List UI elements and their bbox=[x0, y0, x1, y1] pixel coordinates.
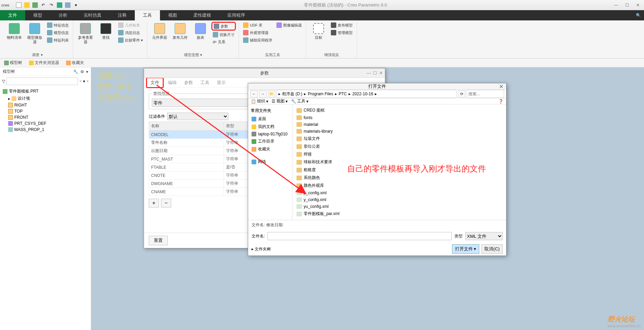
organize-button[interactable]: 📋 组织 ▾ bbox=[251, 98, 268, 104]
geom-check-button[interactable]: 几何检查 bbox=[117, 22, 144, 29]
appearance-mgr-button[interactable]: 外观管理器 bbox=[242, 29, 274, 36]
qat-close-icon[interactable]: ▾ bbox=[72, 1, 80, 9]
dlg-minimize-icon[interactable]: — bbox=[367, 70, 371, 76]
sidebar-item[interactable]: 收藏夹 bbox=[251, 145, 289, 153]
view-button[interactable]: ☰ 视图 ▾ bbox=[272, 98, 288, 104]
file-item[interactable]: y_config.xml bbox=[296, 196, 503, 203]
tree-root[interactable]: 零件图模板.PRT bbox=[3, 88, 88, 95]
menu-params[interactable]: 参数 bbox=[181, 78, 196, 87]
tab-annotate[interactable]: 注释 bbox=[110, 10, 135, 20]
file-item[interactable]: p_config.xml bbox=[296, 189, 503, 196]
model-info-button[interactable]: 模型信息 bbox=[46, 29, 70, 36]
tree-node[interactable]: FRONT bbox=[3, 114, 88, 120]
qat-new-icon[interactable] bbox=[15, 1, 22, 9]
file-item[interactable]: yu_config.xml bbox=[296, 203, 503, 210]
qat-undo-icon[interactable]: ↶ bbox=[39, 1, 47, 9]
menu-show[interactable]: 显示 bbox=[213, 78, 229, 87]
tab-analysis[interactable]: 分析 bbox=[50, 10, 76, 20]
panel-tool-1[interactable]: 🔧 bbox=[73, 69, 78, 74]
folder-item[interactable]: 系统颜色 bbox=[296, 174, 503, 182]
image-editor-button[interactable]: 图像编辑器 bbox=[275, 22, 303, 29]
menu-edit[interactable]: 编辑 bbox=[164, 78, 180, 87]
publish-model-button[interactable]: 发布模型 bbox=[329, 22, 354, 29]
menu-tools[interactable]: 工具 bbox=[197, 78, 213, 87]
file-dialog-title[interactable]: 打开文件 ✕ bbox=[248, 83, 506, 90]
col-name[interactable]: 名称 bbox=[149, 122, 224, 131]
feature-info-button[interactable]: 特征信息 bbox=[46, 22, 70, 29]
dialog-title[interactable]: 参数 — ☐ ✕ bbox=[144, 68, 385, 78]
folder-item[interactable]: 焊接 bbox=[296, 150, 503, 158]
folder-item[interactable]: materials-library bbox=[296, 128, 503, 135]
filter-add-icon[interactable]: + bbox=[86, 79, 89, 84]
switch-dim-button[interactable]: 切换尺寸 bbox=[211, 31, 236, 38]
cancel-button[interactable]: 取消(C) bbox=[481, 244, 503, 254]
folder-tree-toggle[interactable]: ▸ 文件夹树 bbox=[252, 246, 452, 252]
tab-view[interactable]: 视图 bbox=[160, 10, 185, 20]
folder-item[interactable]: CREO 图框 bbox=[296, 106, 503, 114]
folder-item[interactable]: 形位公差 bbox=[296, 143, 503, 150]
file-item[interactable]: 零件图模板_par.xml bbox=[296, 210, 503, 218]
help-icon[interactable]: ❓ bbox=[498, 99, 503, 104]
filter-dropdown-icon[interactable]: ▾ bbox=[83, 79, 85, 84]
nav-refresh-icon[interactable]: ⟳ bbox=[458, 90, 465, 98]
panel-tool-2[interactable]: ⚙ bbox=[80, 69, 84, 74]
open-file-button[interactable]: 打开文件 ▾ bbox=[452, 244, 480, 254]
nav-back-icon[interactable]: ← bbox=[250, 90, 258, 98]
maximize-button[interactable]: ☐ bbox=[622, 2, 632, 9]
ref-viewer-button[interactable]: 参考查看 器 bbox=[76, 22, 95, 46]
filter-input[interactable] bbox=[6, 78, 78, 85]
qat-open-icon[interactable] bbox=[23, 1, 31, 9]
panel-tool-3[interactable]: ▾ bbox=[86, 69, 88, 74]
sidebar-item[interactable]: 网络 bbox=[251, 158, 289, 166]
tab-simulation[interactable]: 实时仿真 bbox=[76, 10, 110, 20]
nav-fwd-icon[interactable]: → bbox=[259, 90, 267, 98]
tab-apps[interactable]: 应用程序 bbox=[219, 10, 253, 20]
filename-input[interactable] bbox=[268, 232, 452, 240]
tree-node[interactable]: TOP bbox=[3, 108, 88, 114]
nav-folder-browser[interactable]: 文件夹浏览器 bbox=[27, 59, 61, 66]
qat-windows-icon[interactable] bbox=[64, 1, 71, 9]
file-search-input[interactable] bbox=[467, 90, 504, 98]
tools-button[interactable]: 🔧 工具 ▾ bbox=[291, 98, 308, 104]
tab-flexmodel[interactable]: 柔性建模 bbox=[185, 10, 219, 20]
qat-save-icon[interactable] bbox=[31, 1, 39, 9]
nav-up-icon[interactable]: 📁 bbox=[268, 90, 275, 98]
file-dialog-close-icon[interactable]: ✕ bbox=[499, 83, 503, 90]
sidebar-item[interactable]: 我的文档 bbox=[251, 123, 289, 131]
sidebar-item[interactable]: laptop-917fg010 bbox=[251, 131, 289, 137]
bom-button[interactable]: 物料清单 bbox=[5, 22, 24, 41]
manage-model-button[interactable]: 管理模型 bbox=[329, 29, 354, 36]
feature-list-button[interactable]: 特征列表 bbox=[46, 37, 70, 44]
family-table-button[interactable]: 族表 bbox=[191, 22, 210, 41]
reset-button[interactable]: 重置 bbox=[149, 236, 168, 245]
parameters-button[interactable]: 参数 bbox=[211, 22, 236, 31]
folder-item[interactable]: 颜色外观库 bbox=[296, 182, 503, 189]
udf-lib-button[interactable]: UDF 库 bbox=[242, 22, 274, 29]
tab-model[interactable]: 模型 bbox=[25, 10, 50, 20]
tree-node[interactable]: PRT_CSYS_DEF bbox=[3, 120, 88, 127]
tree-node[interactable]: MASS_PROP_1 bbox=[3, 127, 88, 133]
breadcrumb[interactable]: ▸ 程序盘 (D:) ▸ Program Files ▸ PTC ▸ 2022-… bbox=[277, 90, 456, 98]
close-button[interactable]: ✕ bbox=[633, 2, 643, 9]
relations-button[interactable]: d=关系 bbox=[211, 39, 236, 45]
remove-row-button[interactable]: − bbox=[161, 199, 171, 208]
folder-item[interactable]: material bbox=[296, 121, 503, 128]
folder-item[interactable]: 垃圾文件 bbox=[296, 135, 503, 143]
filter-clear-icon[interactable]: × bbox=[79, 79, 82, 84]
publish-geom-button[interactable]: 发布几何 bbox=[171, 22, 190, 41]
dlg-close-icon[interactable]: ✕ bbox=[379, 70, 383, 76]
nav-model-tree[interactable]: 模型树 bbox=[2, 59, 24, 66]
folder-item[interactable]: fonts bbox=[296, 114, 503, 121]
comp-iface-button[interactable]: 元件界面 bbox=[150, 22, 169, 41]
dlg-maximize-icon[interactable]: ☐ bbox=[373, 70, 377, 76]
filter-select[interactable]: 默认 bbox=[167, 113, 228, 120]
aux-apps-button[interactable]: 辅助应用程序 bbox=[242, 37, 274, 44]
tab-file[interactable]: 文件 bbox=[0, 10, 25, 20]
qat-regen-icon[interactable] bbox=[56, 1, 63, 9]
sidebar-item[interactable]: 工作目录 bbox=[251, 137, 289, 145]
menu-file[interactable]: 文件 bbox=[146, 77, 164, 88]
sidebar-item[interactable]: 桌面 bbox=[251, 115, 289, 123]
tab-tools[interactable]: 工具 bbox=[135, 10, 160, 20]
add-row-button[interactable]: + bbox=[149, 199, 159, 208]
nav-favorites[interactable]: 收藏夹 bbox=[64, 59, 86, 66]
